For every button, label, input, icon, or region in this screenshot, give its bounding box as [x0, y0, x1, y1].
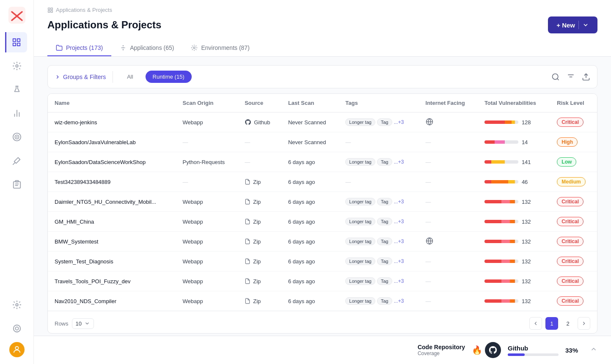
row-source: Zip — [238, 232, 281, 252]
new-button[interactable]: + New — [548, 16, 597, 33]
row-internet-facing: — — [419, 212, 478, 232]
tag-more[interactable]: ...+3 — [394, 258, 404, 264]
row-scan-origin: Webapp — [176, 291, 238, 311]
sidebar-item-settings[interactable] — [7, 56, 27, 76]
sidebar-item-clipboard[interactable] — [7, 174, 27, 194]
table-row[interactable]: Nav2010_NDS_Compiler Webapp Zip 6 days a… — [48, 291, 597, 311]
table-row[interactable]: wiz-demo-jenkins Webapp Github Never Sca… — [48, 112, 597, 132]
svg-rect-6 — [17, 43, 20, 46]
sidebar-item-ring[interactable] — [7, 318, 27, 339]
row-risk-level: Critical — [550, 232, 597, 252]
prev-page-button[interactable] — [529, 317, 542, 330]
vuln-segment — [495, 140, 505, 144]
header: Applications & Projects Applications & P… — [34, 0, 611, 57]
groups-filters-label: Groups & Filters — [63, 74, 106, 80]
vuln-segment — [501, 299, 510, 303]
tab-environments[interactable]: Environments (87) — [182, 40, 258, 56]
tab-applications[interactable]: Applications (65) — [111, 40, 182, 56]
svg-rect-4 — [17, 39, 20, 41]
svg-line-32 — [557, 78, 559, 80]
tag-more[interactable]: ...+3 — [394, 298, 404, 304]
scan-origin-dash: — — [183, 139, 188, 145]
sidebar-item-radar[interactable] — [7, 127, 27, 147]
inet-dash: — — [426, 199, 431, 205]
zip-icon — [245, 218, 250, 225]
row-last-scan: Never Scanned — [281, 132, 339, 152]
table-row[interactable]: EylonSaadon/DataScienceWorkShop Python-R… — [48, 152, 597, 172]
github-logo — [488, 345, 498, 355]
tag-pill: Tag — [377, 238, 392, 245]
inet-dash: — — [426, 219, 431, 225]
table-row[interactable]: EylonSaadon/JavaVulnerableLab — — Never … — [48, 132, 597, 152]
app-logo[interactable] — [8, 7, 25, 24]
row-risk-level: Critical — [550, 212, 597, 232]
tag-more[interactable]: ...+3 — [394, 238, 404, 244]
rows-select[interactable]: 10 — [72, 318, 94, 329]
vuln-segment — [505, 120, 512, 124]
avatar[interactable] — [9, 342, 25, 357]
vuln-segment — [484, 160, 491, 164]
banner-source-name: Github — [508, 345, 559, 352]
tag-more[interactable]: ...+3 — [394, 199, 404, 205]
tag-pill: Longer tag — [345, 277, 375, 285]
col-name: Name — [48, 94, 176, 112]
sidebar-item-chart[interactable] — [7, 103, 27, 123]
row-source: Zip — [238, 212, 281, 232]
row-internet-facing: — — [419, 271, 478, 291]
source-dash: — — [245, 159, 250, 165]
toolbar-right — [551, 73, 590, 81]
vuln-segment — [512, 120, 515, 124]
tag-more[interactable]: ...+3 — [394, 219, 404, 224]
banner-close-button[interactable] — [590, 345, 597, 355]
tab-projects[interactable]: Projects (173) — [47, 40, 111, 56]
table-row[interactable]: BMW_Systemtest Webapp Zip 6 days ago Lon… — [48, 232, 597, 252]
row-risk-level: High — [550, 132, 597, 152]
tag-pill: Tag — [377, 218, 392, 225]
table-row[interactable]: System_Test_Diagnosis Webapp Zip 6 days … — [48, 252, 597, 271]
breadcrumb-label: Applications & Projects — [56, 7, 112, 13]
search-icon[interactable] — [551, 73, 560, 81]
globe-icon — [426, 237, 433, 245]
next-page-button[interactable] — [578, 317, 590, 330]
row-source: — — [238, 132, 281, 152]
tag-more[interactable]: ...+3 — [394, 159, 404, 165]
row-name: Test342389433484889 — [48, 172, 176, 192]
tag-pill: Tag — [377, 277, 392, 285]
sidebar-item-gear-bottom[interactable] — [7, 295, 27, 315]
vuln-segment — [484, 260, 501, 263]
tag-more[interactable]: ...+3 — [394, 278, 404, 284]
row-source: Zip — [238, 271, 281, 291]
tag-pill: Longer tag — [345, 218, 375, 225]
page-1[interactable]: 1 — [545, 317, 558, 330]
globe-icon — [426, 118, 433, 126]
filter-all[interactable]: All — [120, 71, 140, 83]
source-label: Zip — [253, 199, 261, 205]
table-row[interactable]: GM_HMI_China Webapp Zip 6 days ago Longe… — [48, 212, 597, 232]
page-2[interactable]: 2 — [561, 317, 574, 330]
svg-point-28 — [123, 46, 123, 46]
chevron-down-icon — [582, 22, 589, 28]
risk-badge: Critical — [557, 197, 583, 206]
inet-dash: — — [426, 139, 431, 145]
vuln-segment — [515, 279, 518, 283]
row-tags: Longer tagTag...+3 — [339, 291, 418, 311]
row-scan-origin: Python-Requests — [176, 152, 238, 172]
banner-percentage: 33% — [565, 347, 578, 354]
sidebar-item-grid[interactable] — [5, 32, 27, 52]
table-row[interactable]: Test342389433484889 — Zip 6 days ago — —… — [48, 172, 597, 192]
groups-filters-button[interactable]: Groups & Filters — [55, 74, 106, 80]
table-row[interactable]: Travels_Tools_POI_Fuzzy_dev Webapp Zip 6… — [48, 271, 597, 291]
svg-rect-24 — [51, 8, 52, 9]
export-icon[interactable] — [582, 73, 590, 81]
sidebar-item-lab[interactable] — [7, 79, 27, 100]
filter-icon[interactable] — [567, 73, 575, 81]
tag-more[interactable]: ...+3 — [394, 119, 404, 125]
row-name: GM_HMI_China — [48, 212, 176, 232]
svg-rect-26 — [51, 11, 52, 12]
row-tags: Longer tagTag...+3 — [339, 252, 418, 271]
filter-runtime[interactable]: Runtime (15) — [146, 71, 192, 83]
vuln-bar — [484, 299, 518, 303]
sidebar-item-magic[interactable] — [7, 151, 27, 171]
vuln-bar — [484, 120, 518, 124]
table-row[interactable]: Daimler_NTG5_HU_Connectivity_Mobil... We… — [48, 192, 597, 212]
